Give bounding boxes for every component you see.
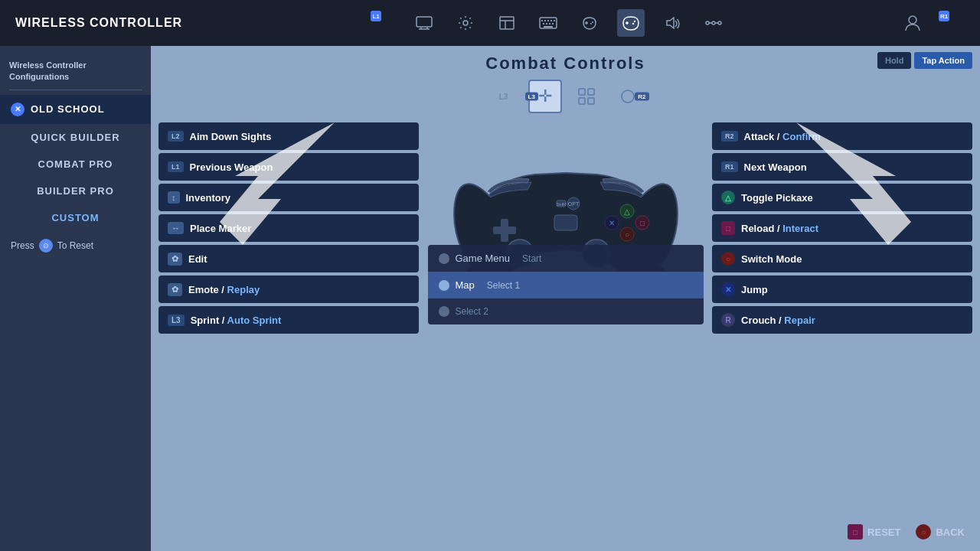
svg-rect-11 [547, 20, 549, 21]
nav-r1[interactable]: R1 [937, 9, 965, 37]
control-attack-confirm[interactable]: R2 Attack / Confirm [712, 122, 972, 150]
reload-highlight: Interact [782, 223, 818, 234]
nav-layout[interactable] [493, 9, 521, 37]
svg-text:OPT: OPT [567, 201, 579, 207]
l3-badge: L3 [168, 315, 185, 326]
main-content: Wireless ControllerConfigurations ✕ OLD … [0, 46, 980, 551]
reset-bottom-button[interactable]: □ RESET [848, 524, 900, 540]
svg-rect-40 [493, 227, 516, 234]
nav-profile[interactable] [899, 9, 926, 37]
control-place-marker[interactable]: ↔ Place Marker [158, 214, 419, 242]
nav-network[interactable] [700, 9, 727, 37]
svg-rect-18 [544, 26, 553, 28]
sidebar-item-builder-pro[interactable]: BUILDER PRO [0, 178, 151, 204]
right-controls: R2 Attack / Confirm R1 Next Weapon △ Tog… [712, 119, 972, 551]
svg-rect-36 [579, 98, 585, 104]
tab-icons: L3 ✛ L3 R2 [151, 80, 980, 113]
dpad-down-badge: ✿ [168, 253, 182, 266]
l1-badge: L1 [168, 161, 184, 172]
reset-button-icon: ⊙ [39, 239, 53, 253]
cross-badge: ✕ [721, 282, 735, 296]
game-menu-icon [439, 253, 449, 264]
svg-point-4 [463, 21, 468, 25]
svg-text:SHR: SHR [556, 202, 566, 207]
nav-controller[interactable] [617, 9, 645, 37]
nav-audio[interactable] [658, 9, 686, 37]
control-edit[interactable]: ✿ Edit [158, 245, 419, 272]
svg-rect-5 [500, 17, 514, 29]
svg-text:✕: ✕ [609, 219, 615, 227]
svg-point-25 [634, 21, 635, 22]
svg-text:○: ○ [624, 230, 629, 239]
control-previous-weapon[interactable]: L1 Previous Weapon [158, 153, 419, 181]
r1-badge: R1 [939, 11, 949, 21]
control-switch-mode[interactable]: ○ Switch Mode [712, 245, 972, 272]
square-badge: □ [721, 221, 735, 235]
nav-keyboard[interactable] [534, 9, 562, 37]
controller-area: △ □ ○ ✕ OPT SHR [420, 112, 711, 543]
dropdown-item-select2[interactable]: Select 2 [428, 298, 704, 324]
tap-action-button[interactable]: Tap Action [914, 52, 972, 69]
back-bottom-button[interactable]: ○ BACK [916, 524, 965, 540]
nav-gamepad[interactable] [576, 9, 603, 37]
control-jump[interactable]: ✕ Jump [712, 276, 972, 303]
nav-l1[interactable]: L1 [369, 9, 397, 37]
nav-gear[interactable] [452, 9, 479, 37]
control-reload-interact[interactable]: □ Reload / Interact [712, 214, 972, 242]
svg-text:□: □ [639, 219, 644, 227]
app-title: WIRELESS CONTROLLER [15, 16, 182, 30]
dropdown-item-game-menu[interactable]: Game Menu Start [428, 245, 704, 272]
control-sprint[interactable]: L3 Sprint / Auto Sprint [158, 306, 419, 334]
left-controls: L2 Aim Down Sights L1 Previous Weapon ↕ … [158, 119, 419, 551]
tab-grid[interactable] [570, 80, 603, 113]
svg-point-29 [706, 21, 709, 24]
control-aim-down-sights[interactable]: L2 Aim Down Sights [158, 122, 419, 150]
dpad-left-badge: ✿ [168, 283, 182, 296]
control-toggle-pickaxe[interactable]: △ Toggle Pickaxe [712, 184, 972, 211]
hold-tap-toggle: Hold Tap Action [877, 52, 972, 69]
sidebar-item-custom[interactable]: CUSTOM [0, 204, 151, 231]
control-next-weapon[interactable]: R1 Next Weapon [712, 153, 972, 181]
reset-icon: □ [848, 524, 863, 540]
tab-move[interactable]: ✛ L3 [528, 80, 562, 113]
emote-highlight: Replay [227, 284, 260, 295]
top-bar: WIRELESS CONTROLLER L1 [0, 0, 980, 46]
l2-badge: L2 [168, 131, 184, 142]
svg-rect-10 [544, 20, 546, 21]
bottom-bar: □ RESET ○ BACK [151, 513, 980, 551]
svg-rect-13 [554, 20, 555, 21]
map-icon [439, 280, 449, 291]
svg-rect-37 [588, 98, 594, 104]
control-crouch-repair[interactable]: R Crouch / Repair [712, 306, 972, 334]
nav-icons: L1 [213, 9, 884, 37]
press-reset[interactable]: Press ⊙ To Reset [0, 231, 151, 260]
svg-rect-16 [549, 23, 550, 24]
back-label: BACK [936, 527, 965, 538]
sidebar-divider [9, 90, 142, 90]
nav-monitor[interactable] [410, 9, 438, 37]
tab-l3[interactable]: L3 [487, 80, 521, 113]
nav-right: R1 [899, 9, 965, 37]
control-emote[interactable]: ✿ Emote / Replay [158, 276, 419, 303]
svg-marker-27 [667, 18, 674, 28]
r3-badge: R [721, 313, 735, 327]
svg-rect-15 [546, 23, 547, 24]
dropdown-overlay: Game Menu Start Map Select 1 Select 2 [428, 245, 704, 324]
sidebar-item-combat-pro[interactable]: COMBAT PRO [0, 151, 151, 178]
badge-l3: L3 [525, 93, 538, 101]
badge-r2: R2 [635, 93, 648, 101]
control-inventory[interactable]: ↕ Inventory [158, 184, 419, 211]
tab-circle[interactable]: R2 [611, 80, 645, 113]
circle-badge: ○ [721, 252, 735, 266]
sidebar-item-old-school[interactable]: ✕ OLD SCHOOL [0, 95, 151, 124]
dropdown-item-map[interactable]: Map Select 1 [428, 272, 704, 298]
l1-badge: L1 [371, 11, 381, 21]
hold-button[interactable]: Hold [877, 52, 911, 69]
sidebar-title: Wireless ControllerConfigurations [0, 54, 151, 86]
attack-highlight: Confirm [782, 131, 821, 142]
svg-point-33 [909, 16, 916, 24]
svg-point-38 [622, 90, 634, 103]
sidebar-item-quick-builder[interactable]: QUICK BUILDER [0, 124, 151, 151]
svg-rect-0 [416, 17, 432, 27]
svg-point-30 [718, 21, 721, 24]
